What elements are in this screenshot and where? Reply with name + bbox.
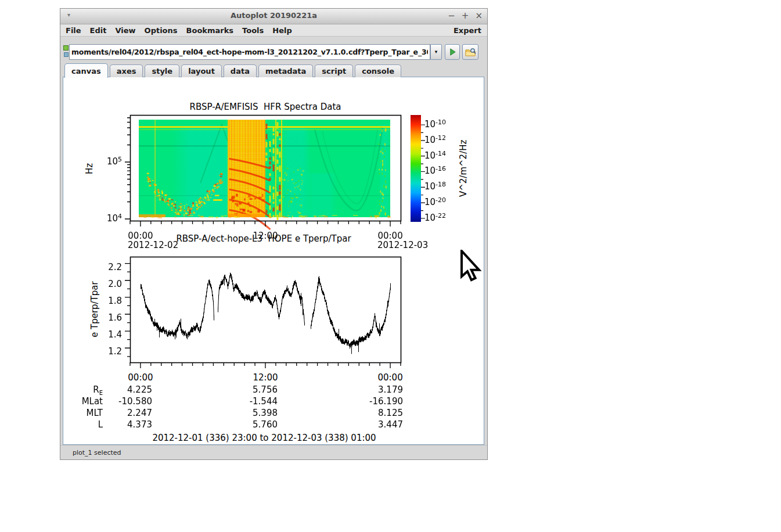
spectrogram-ytick-label: 104 xyxy=(87,213,122,224)
lineplot-ytick-label: 2.0 xyxy=(87,279,122,289)
ephemeris-value: 8.125 xyxy=(339,408,403,418)
spectrogram-xtick-label: 12:00 xyxy=(253,231,278,241)
ephemeris-value: 3.447 xyxy=(339,419,403,430)
colorbar-tick-label: 10-18 xyxy=(424,181,446,192)
tab-metadata[interactable]: metadata xyxy=(258,64,313,77)
folder-magnifier-icon xyxy=(465,48,476,57)
colorbar-tick-label: 10-10 xyxy=(424,118,446,130)
lineplot-ytick-label: 1.4 xyxy=(87,329,122,340)
colorbar-tick-label: 10-14 xyxy=(424,150,446,161)
ephemeris-value: -1.544 xyxy=(214,396,278,407)
lineplot-ytick-label: 2.2 xyxy=(87,262,122,272)
uri-dropdown-button[interactable]: ▼ xyxy=(430,44,442,60)
colorbar-units-label: V^2/m^2/Hz xyxy=(458,115,469,222)
lineplot-ytick-label: 1.6 xyxy=(87,312,122,323)
tab-console[interactable]: console xyxy=(355,64,401,77)
ephemeris-value: 5.760 xyxy=(214,419,278,430)
spectrogram-plot[interactable] xyxy=(117,112,408,233)
open-file-button[interactable] xyxy=(462,44,478,60)
menu-file[interactable]: File xyxy=(66,26,81,35)
status-text: plot_1 selected xyxy=(73,449,121,456)
maximize-button[interactable]: + xyxy=(462,10,469,21)
ephemeris-value: -10.580 xyxy=(88,396,152,407)
lineplot-plot[interactable] xyxy=(117,253,408,370)
colorbar-tick-label: 10-22 xyxy=(424,212,446,223)
ephemeris-value: 3.179 xyxy=(339,384,403,395)
menu-tools[interactable]: Tools xyxy=(242,26,264,35)
tab-bar: canvasaxesstylelayoutdatametadatascriptc… xyxy=(64,64,401,77)
tab-layout[interactable]: layout xyxy=(181,64,222,77)
lineplot-xtick-label: 12:00 xyxy=(253,372,278,383)
colorbar-tick-label: 10-16 xyxy=(424,165,446,176)
autoplot-window: ▾ Autoplot 20190221a − + × FileEditViewO… xyxy=(60,8,488,460)
green-square-icon xyxy=(63,45,69,51)
ephemeris-value: 5.398 xyxy=(214,408,278,418)
lineplot-xtick-label: 00:00 xyxy=(128,372,153,383)
tab-style[interactable]: style xyxy=(145,64,179,77)
close-button[interactable]: × xyxy=(475,10,483,21)
plot-canvas-panel: RBSP-A/EMFISIS HFR Spectra Data Hz V^2/m… xyxy=(63,77,484,445)
ephemeris-value: 4.373 xyxy=(88,419,152,430)
minimize-button[interactable]: − xyxy=(448,10,455,21)
tab-axes[interactable]: axes xyxy=(110,64,143,77)
spectrogram-title: RBSP-A/EMFISIS HFR Spectra Data xyxy=(190,102,341,112)
spectrogram-ytick-label: 105 xyxy=(87,156,122,167)
colorbar-tick-label: 10-12 xyxy=(424,134,446,145)
menu-bookmarks[interactable]: Bookmarks xyxy=(186,26,234,35)
spectrogram-ylabel: Hz xyxy=(84,115,95,222)
blue-square-icon xyxy=(64,52,69,57)
menu-items: FileEditViewOptionsBookmarksToolsHelp xyxy=(60,26,292,35)
menu-edit[interactable]: Edit xyxy=(90,26,107,35)
lineplot-ytick-label: 1.2 xyxy=(87,346,122,357)
menu-help[interactable]: Help xyxy=(272,26,291,35)
colorbar-tick-label: 10-20 xyxy=(424,196,446,207)
mouse-cursor xyxy=(459,250,485,287)
window-controls: − + × xyxy=(448,10,483,21)
ephemeris-value: 2.247 xyxy=(88,408,152,418)
time-range-label: 2012-12-01 (336) 23:00 to 2012-12-03 (33… xyxy=(152,433,376,443)
window-title: Autoplot 20190221a xyxy=(60,11,487,20)
title-bar[interactable]: ▾ Autoplot 20190221a − + × xyxy=(60,9,487,24)
play-icon xyxy=(448,48,457,56)
spectrogram-xdate-label: 2012-12-02 xyxy=(128,240,178,250)
lineplot-ytick-label: 1.8 xyxy=(87,296,122,306)
expert-label[interactable]: Expert xyxy=(454,26,487,35)
ephemeris-value: 5.756 xyxy=(214,384,278,395)
ephemeris-value: -16.190 xyxy=(339,396,403,407)
tab-script[interactable]: script xyxy=(315,64,353,77)
spectrogram-xdate-label: 2012-12-03 xyxy=(377,240,428,250)
go-plot-button[interactable] xyxy=(445,44,460,60)
menu-options[interactable]: Options xyxy=(145,26,178,35)
chevron-down-icon: ▼ xyxy=(434,49,438,55)
ephemeris-value: 4.225 xyxy=(88,384,152,395)
menu-view[interactable]: View xyxy=(115,26,135,35)
tab-data[interactable]: data xyxy=(224,64,257,77)
uri-input[interactable] xyxy=(69,44,430,60)
lineplot-xtick-label: 00:00 xyxy=(377,372,402,383)
status-bar: plot_1 selected xyxy=(60,445,487,461)
tab-canvas[interactable]: canvas xyxy=(64,63,108,78)
menu-bar: FileEditViewOptionsBookmarksToolsHelp Ex… xyxy=(60,24,487,37)
